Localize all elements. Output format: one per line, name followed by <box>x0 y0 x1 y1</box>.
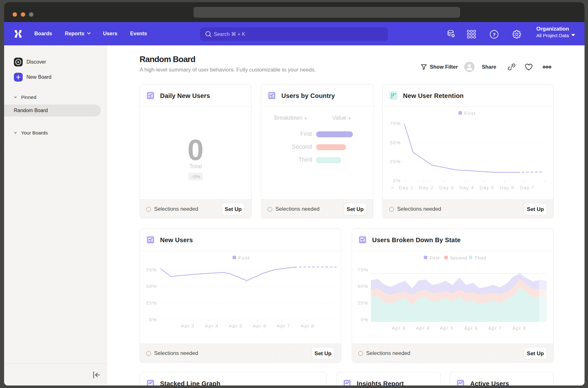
svg-text:25%: 25% <box>146 300 157 305</box>
svg-text:Apr 3: Apr 3 <box>392 325 405 331</box>
svg-text:Apr 7: Apr 7 <box>277 323 290 328</box>
svg-text:Day 1: Day 1 <box>399 185 414 190</box>
svg-text:Day 7: Day 7 <box>520 185 535 190</box>
svg-text:Apr 6: Apr 6 <box>253 323 266 328</box>
svg-text:75%: 75% <box>146 267 157 272</box>
svg-text:First: First <box>238 255 250 260</box>
svg-text:50%: 50% <box>146 283 157 289</box>
svg-text:Apr 7: Apr 7 <box>488 325 502 331</box>
svg-text:75%: 75% <box>357 267 368 272</box>
svg-text:?: ? <box>493 32 495 37</box>
svg-text:Day 3: Day 3 <box>439 185 454 190</box>
svg-text:0%: 0% <box>149 317 157 322</box>
svg-text:Apr 5: Apr 5 <box>440 325 453 331</box>
svg-text:25%: 25% <box>390 159 401 164</box>
svg-text:50%: 50% <box>390 140 401 145</box>
svg-text:Apr 4: Apr 4 <box>416 325 429 331</box>
svg-text:Day 4: Day 4 <box>459 185 474 190</box>
svg-text:Day 6: Day 6 <box>500 185 515 190</box>
svg-text:Day 5: Day 5 <box>480 185 494 190</box>
svg-text:50%: 50% <box>357 283 368 289</box>
svg-text:Third: Third <box>475 255 486 260</box>
svg-text:Apr 8: Apr 8 <box>512 325 526 331</box>
svg-text:Apr 4: Apr 4 <box>205 323 218 328</box>
svg-text:0%: 0% <box>393 178 401 183</box>
svg-text:Apr 3: Apr 3 <box>181 323 194 328</box>
svg-text:<: < <box>391 185 395 190</box>
svg-text:First: First <box>429 255 440 260</box>
svg-text:Second: Second <box>450 255 467 260</box>
svg-text:First: First <box>464 111 476 116</box>
svg-text:75%: 75% <box>390 121 401 126</box>
svg-text:Day 2: Day 2 <box>419 185 434 190</box>
svg-text:Apr 5: Apr 5 <box>229 323 242 328</box>
svg-text:Apr 6: Apr 6 <box>464 325 478 331</box>
svg-text:Apr 8: Apr 8 <box>301 323 314 328</box>
svg-text:25%: 25% <box>357 300 368 305</box>
svg-text:0%: 0% <box>360 317 368 322</box>
